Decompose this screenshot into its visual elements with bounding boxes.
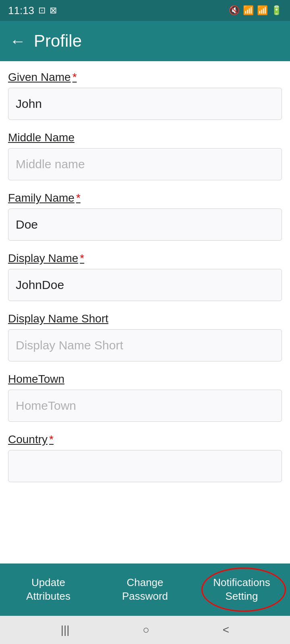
label-country: Country* [8,433,282,446]
status-left: 11:13 ⊡ ⊠ [8,4,57,17]
device-menu-button[interactable]: ||| [61,623,70,636]
status-bar: 11:13 ⊡ ⊠ 🔇 📶 📶 🔋 [0,0,290,21]
required-star-family-name: * [76,192,81,204]
mute-icon: 🔇 [229,5,240,16]
page-title: Profile [34,31,82,51]
nav-update-attributes[interactable]: UpdateAttributes [0,564,97,616]
label-middle-name: Middle Name [8,131,282,144]
input-hometown[interactable] [8,390,282,422]
device-home-button[interactable]: ○ [143,623,149,636]
required-star-country: * [49,433,54,446]
status-right: 🔇 📶 📶 🔋 [229,5,282,16]
input-family-name[interactable] [8,208,282,241]
header: ← Profile [0,21,290,61]
input-country[interactable] [8,450,282,482]
required-star-display-name: * [80,252,84,265]
label-given-name: Given Name* [8,71,282,84]
required-star-given-name: * [72,71,77,84]
bottom-nav: UpdateAttributes ChangePassword Notifica… [0,564,290,616]
field-group-country: Country* [8,433,282,482]
label-family-name: Family Name* [8,192,282,204]
label-hometown: HomeTown [8,373,282,386]
field-group-family-name: Family Name* [8,192,282,241]
status-icon-camera: ⊡ [38,5,46,16]
label-display-name: Display Name* [8,252,282,265]
nav-notifications-setting-label: NotificationsSetting [213,576,270,603]
back-button[interactable]: ← [10,33,26,49]
input-given-name[interactable] [8,88,282,120]
nav-notifications-setting[interactable]: NotificationsSetting [193,564,290,616]
nav-change-password-label: ChangePassword [122,576,168,603]
device-nav-bar: ||| ○ < [0,616,290,644]
profile-form: Given Name*Middle NameFamily Name*Displa… [0,61,290,564]
input-display-name-short[interactable] [8,329,282,361]
status-time: 11:13 [8,4,34,17]
field-group-display-name: Display Name* [8,252,282,301]
label-display-name-short: Display Name Short [8,312,282,325]
input-middle-name[interactable] [8,148,282,180]
status-icon-x: ⊠ [50,5,57,16]
field-group-given-name: Given Name* [8,71,282,120]
input-display-name[interactable] [8,269,282,301]
signal-icon: 📶 [257,5,268,16]
wifi-icon: 📶 [243,5,254,16]
field-group-display-name-short: Display Name Short [8,312,282,361]
nav-change-password[interactable]: ChangePassword [97,564,193,616]
device-back-button[interactable]: < [223,623,229,636]
field-group-hometown: HomeTown [8,373,282,422]
battery-icon: 🔋 [271,5,282,16]
field-group-middle-name: Middle Name [8,131,282,180]
nav-update-attributes-label: UpdateAttributes [26,576,70,603]
